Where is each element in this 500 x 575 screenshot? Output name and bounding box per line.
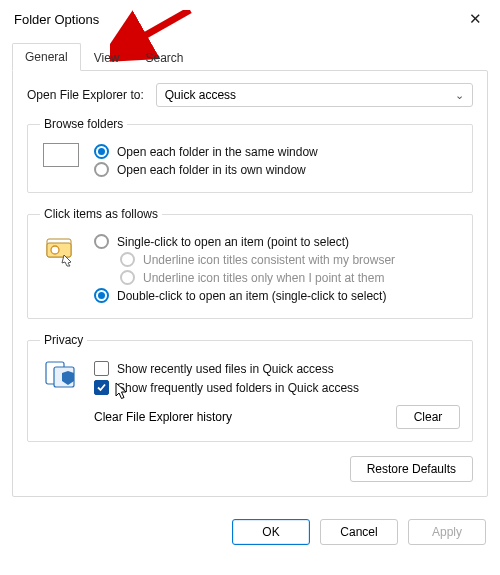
open-explorer-value: Quick access	[165, 88, 236, 102]
click-legend: Click items as follows	[40, 207, 162, 221]
radio-icon	[94, 162, 109, 177]
dialog-footer: OK Cancel Apply	[0, 507, 500, 557]
svg-point-3	[51, 246, 59, 254]
privacy-legend: Privacy	[40, 333, 87, 347]
radio-icon	[94, 144, 109, 159]
tab-panel-general: Open File Explorer to: Quick access ⌄ Br…	[12, 70, 488, 497]
radio-underline-browser: Underline icon titles consistent with my…	[120, 252, 460, 267]
tab-view[interactable]: View	[81, 44, 133, 71]
radio-label: Underline icon titles only when I point …	[143, 271, 384, 285]
close-icon[interactable]: ✕	[463, 8, 488, 30]
window-title: Folder Options	[14, 12, 99, 27]
radio-icon	[94, 288, 109, 303]
radio-icon	[120, 252, 135, 267]
radio-icon	[94, 234, 109, 249]
browse-legend: Browse folders	[40, 117, 127, 131]
browse-folder-icon	[40, 141, 82, 180]
open-explorer-select[interactable]: Quick access ⌄	[156, 83, 473, 107]
checkbox-icon	[94, 380, 109, 395]
group-privacy: Privacy Show recently used files in Quic…	[27, 333, 473, 442]
radio-single-click[interactable]: Single-click to open an item (point to s…	[94, 234, 460, 249]
checkbox-label: Show frequently used folders in Quick ac…	[117, 381, 359, 395]
click-folder-icon	[40, 231, 82, 306]
privacy-icon	[40, 357, 82, 429]
group-browse-folders: Browse folders Open each folder in the s…	[27, 117, 473, 193]
cancel-button[interactable]: Cancel	[320, 519, 398, 545]
radio-label: Double-click to open an item (single-cli…	[117, 289, 386, 303]
group-click-items: Click items as follows Single-click to o…	[27, 207, 473, 319]
clear-button[interactable]: Clear	[396, 405, 460, 429]
tab-strip: General View Search	[12, 42, 488, 70]
checkbox-label: Show recently used files in Quick access	[117, 362, 334, 376]
checkbox-frequent-folders[interactable]: Show frequently used folders in Quick ac…	[94, 380, 460, 395]
radio-label: Underline icon titles consistent with my…	[143, 253, 395, 267]
restore-defaults-button[interactable]: Restore Defaults	[350, 456, 473, 482]
radio-label: Open each folder in the same window	[117, 145, 318, 159]
open-explorer-label: Open File Explorer to:	[27, 88, 144, 102]
radio-own-window[interactable]: Open each folder in its own window	[94, 162, 460, 177]
radio-label: Single-click to open an item (point to s…	[117, 235, 349, 249]
checkbox-recent-files[interactable]: Show recently used files in Quick access	[94, 361, 460, 376]
radio-label: Open each folder in its own window	[117, 163, 306, 177]
tab-search[interactable]: Search	[133, 44, 197, 71]
chevron-down-icon: ⌄	[455, 89, 464, 102]
apply-button[interactable]: Apply	[408, 519, 486, 545]
clear-history-label: Clear File Explorer history	[94, 410, 232, 424]
radio-underline-point: Underline icon titles only when I point …	[120, 270, 460, 285]
tab-general[interactable]: General	[12, 43, 81, 71]
ok-button[interactable]: OK	[232, 519, 310, 545]
checkbox-icon	[94, 361, 109, 376]
radio-same-window[interactable]: Open each folder in the same window	[94, 144, 460, 159]
radio-icon	[120, 270, 135, 285]
radio-double-click[interactable]: Double-click to open an item (single-cli…	[94, 288, 460, 303]
cursor-icon	[114, 382, 130, 400]
